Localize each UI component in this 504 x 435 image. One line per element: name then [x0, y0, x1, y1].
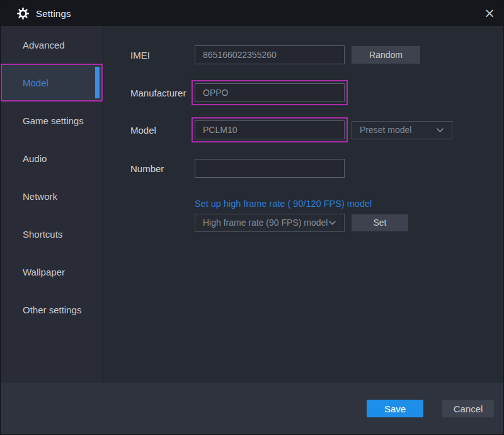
sidebar-item-advanced[interactable]: Advanced	[1, 26, 103, 64]
titlebar: Settings ×	[1, 1, 503, 26]
highlight-annotation	[192, 80, 348, 105]
sidebar-item-game-settings[interactable]: Game settings	[1, 102, 103, 139]
manufacturer-row: Manufacturer	[130, 83, 348, 102]
cancel-button[interactable]: Cancel	[442, 400, 494, 417]
imei-row: IMEI Random	[130, 45, 420, 64]
sidebar-item-wallpaper[interactable]: Wallpaper	[1, 253, 103, 291]
number-label: Number	[130, 163, 195, 174]
gear-icon	[17, 8, 29, 20]
sidebar-item-audio[interactable]: Audio	[1, 139, 103, 177]
manufacturer-input[interactable]	[195, 83, 345, 102]
model-row: Model Preset model	[130, 120, 452, 139]
manufacturer-label: Manufacturer	[130, 88, 195, 98]
high-frame-rate-row: High frame rate (90 FPS) model Set	[195, 213, 408, 232]
close-icon[interactable]: ×	[476, 1, 503, 26]
window-title: Settings	[36, 8, 71, 19]
sidebar-item-shortcuts[interactable]: Shortcuts	[1, 215, 103, 253]
sidebar-item-network[interactable]: Network	[1, 177, 103, 215]
sidebar: Advanced Model Game settings Audio Netwo…	[1, 26, 103, 383]
imei-label: IMEI	[130, 50, 195, 61]
selected-accent-bar	[95, 67, 100, 98]
imei-input[interactable]	[195, 45, 345, 64]
highlight-annotation	[192, 117, 348, 142]
model-input[interactable]	[195, 120, 345, 139]
model-settings-panel: IMEI Random Manufacturer Model Preset mo…	[103, 26, 503, 383]
save-button[interactable]: Save	[367, 400, 423, 417]
footer-bar: Save Cancel	[1, 383, 503, 434]
sidebar-item-model[interactable]: Model	[1, 64, 103, 102]
random-button[interactable]: Random	[352, 46, 420, 64]
number-input[interactable]	[195, 159, 345, 178]
chevron-down-icon	[328, 220, 336, 226]
high-frame-rate-link-row: Set up high frame rate ( 90/120 FPS) mod…	[195, 197, 372, 210]
model-label: Model	[130, 125, 195, 136]
settings-window: Settings × Advanced Model Game settings …	[0, 0, 504, 435]
preset-model-dropdown[interactable]: Preset model	[352, 121, 452, 139]
chevron-down-icon	[436, 127, 444, 133]
sidebar-item-other-settings[interactable]: Other settings	[1, 291, 103, 328]
high-frame-rate-link[interactable]: Set up high frame rate ( 90/120 FPS) mod…	[195, 199, 372, 209]
set-button[interactable]: Set	[352, 214, 408, 231]
frame-rate-dropdown[interactable]: High frame rate (90 FPS) model	[195, 214, 345, 232]
number-row: Number	[130, 159, 345, 178]
